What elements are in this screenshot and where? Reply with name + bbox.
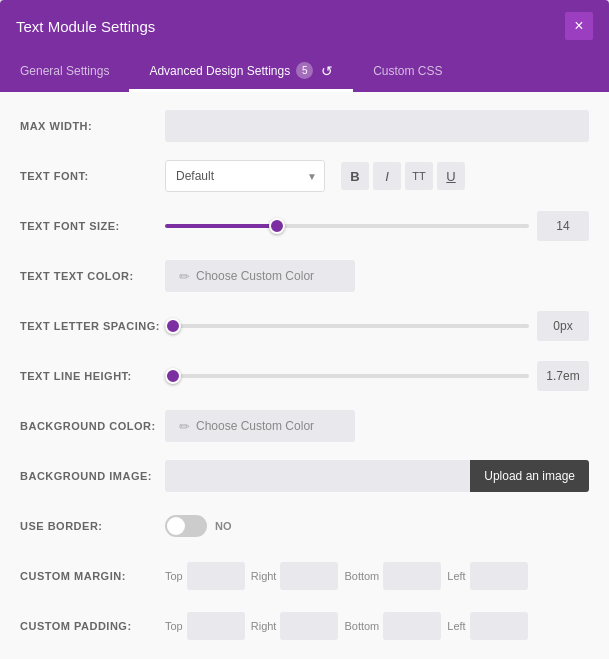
use-border-row: USE BORDER: NO (20, 508, 589, 544)
tab-general[interactable]: General Settings (0, 52, 129, 92)
margin-left-label: Left (447, 570, 465, 582)
use-border-toggle[interactable] (165, 515, 207, 537)
max-width-input[interactable] (165, 110, 589, 142)
font-select[interactable]: Default (165, 160, 325, 192)
padding-bottom-group: Bottom (344, 612, 441, 640)
tt-button[interactable]: TT (405, 162, 433, 190)
max-width-label: MAX WIDTH: (20, 120, 165, 132)
padding-top-group: Top (165, 612, 245, 640)
underline-button[interactable]: U (437, 162, 465, 190)
custom-margin-label: CUSTOM MARGIN: (20, 570, 165, 582)
margin-right-input[interactable] (280, 562, 338, 590)
padding-right-group: Right (251, 612, 339, 640)
padding-bottom-label: Bottom (344, 620, 379, 632)
use-border-value: NO (215, 520, 232, 532)
line-height-label: TEXT LINE HEIGHT: (20, 370, 165, 382)
modal-header: Text Module Settings × (0, 0, 609, 52)
font-size-value[interactable] (537, 211, 589, 241)
bg-color-field: ✏ Choose Custom Color (165, 410, 589, 442)
margin-top-input[interactable] (187, 562, 245, 590)
pencil-icon-2: ✏ (179, 419, 190, 434)
custom-padding-wrap: Top Right Bottom Left (165, 612, 589, 640)
letter-spacing-slider[interactable] (165, 324, 529, 328)
font-size-row: TEXT FONT SIZE: (20, 208, 589, 244)
max-width-row: MAX WIDTH: (20, 108, 589, 144)
line-height-slider[interactable] (165, 374, 529, 378)
italic-button[interactable]: I (373, 162, 401, 190)
padding-bottom-input[interactable] (383, 612, 441, 640)
bg-color-label: BACKGROUND COLOR: (20, 420, 165, 432)
letter-spacing-value[interactable] (537, 311, 589, 341)
padding-right-label: Right (251, 620, 277, 632)
text-color-btn-label: Choose Custom Color (196, 269, 314, 283)
use-border-label: USE BORDER: (20, 520, 165, 532)
use-border-field: NO (165, 515, 589, 537)
margin-bottom-label: Bottom (344, 570, 379, 582)
custom-padding-row: CUSTOM PADDING: Top Right Bottom Left (20, 608, 589, 644)
custom-padding-label: CUSTOM PADDING: (20, 620, 165, 632)
bg-image-field: Upload an image (165, 460, 589, 492)
margin-bottom-group: Bottom (344, 562, 441, 590)
bg-image-row: BACKGROUND IMAGE: Upload an image (20, 458, 589, 494)
tab-advanced-label: Advanced Design Settings (149, 64, 290, 78)
padding-left-label: Left (447, 620, 465, 632)
line-height-value[interactable] (537, 361, 589, 391)
toggle-wrap: NO (165, 515, 232, 537)
custom-margin-wrap: Top Right Bottom Left (165, 562, 589, 590)
text-font-row: TEXT FONT: Default ▼ B I TT U (20, 158, 589, 194)
tab-bar: General Settings Advanced Design Setting… (0, 52, 609, 92)
line-height-slider-wrap (165, 361, 589, 391)
margin-bottom-input[interactable] (383, 562, 441, 590)
text-color-button[interactable]: ✏ Choose Custom Color (165, 260, 355, 292)
padding-left-group: Left (447, 612, 527, 640)
custom-margin-row: CUSTOM MARGIN: Top Right Bottom Left (20, 558, 589, 594)
text-color-label: TEXT TEXT COLOR: (20, 270, 165, 282)
tab-general-label: General Settings (20, 64, 109, 78)
padding-left-input[interactable] (470, 612, 528, 640)
letter-spacing-label: TEXT LETTER SPACING: (20, 320, 165, 332)
letter-spacing-slider-wrap (165, 311, 589, 341)
modal: Text Module Settings × General Settings … (0, 0, 609, 659)
text-color-row: TEXT TEXT COLOR: ✏ Choose Custom Color (20, 258, 589, 294)
font-size-slider-wrap (165, 211, 589, 241)
text-font-label: TEXT FONT: (20, 170, 165, 182)
max-width-field (165, 110, 589, 142)
bg-image-wrap: Upload an image (165, 460, 589, 492)
margin-top-label: Top (165, 570, 183, 582)
upload-image-button[interactable]: Upload an image (470, 460, 589, 492)
bg-color-button[interactable]: ✏ Choose Custom Color (165, 410, 355, 442)
close-button[interactable]: × (565, 12, 593, 40)
margin-right-label: Right (251, 570, 277, 582)
modal-title: Text Module Settings (16, 18, 155, 35)
margin-left-input[interactable] (470, 562, 528, 590)
tab-css[interactable]: Custom CSS (353, 52, 462, 92)
margin-left-group: Left (447, 562, 527, 590)
letter-spacing-row: TEXT LETTER SPACING: (20, 308, 589, 344)
reset-icon: ↺ (321, 63, 333, 79)
tab-advanced[interactable]: Advanced Design Settings 5 ↺ (129, 52, 353, 92)
font-select-wrap: Default ▼ (165, 160, 325, 192)
padding-right-input[interactable] (280, 612, 338, 640)
pencil-icon: ✏ (179, 269, 190, 284)
bg-image-label: BACKGROUND IMAGE: (20, 470, 165, 482)
text-font-field: Default ▼ B I TT U (165, 160, 589, 192)
padding-top-label: Top (165, 620, 183, 632)
bg-color-btn-label: Choose Custom Color (196, 419, 314, 433)
bg-image-input[interactable] (165, 460, 470, 492)
font-style-buttons: B I TT U (341, 162, 465, 190)
padding-top-input[interactable] (187, 612, 245, 640)
text-color-field: ✏ Choose Custom Color (165, 260, 589, 292)
bg-color-row: BACKGROUND COLOR: ✏ Choose Custom Color (20, 408, 589, 444)
margin-top-group: Top (165, 562, 245, 590)
tab-css-label: Custom CSS (373, 64, 442, 78)
font-size-slider[interactable] (165, 224, 529, 228)
settings-content: MAX WIDTH: TEXT FONT: Default ▼ B I TT (0, 92, 609, 659)
margin-right-group: Right (251, 562, 339, 590)
font-size-label: TEXT FONT SIZE: (20, 220, 165, 232)
bold-button[interactable]: B (341, 162, 369, 190)
tab-advanced-badge: 5 (296, 62, 313, 79)
line-height-row: TEXT LINE HEIGHT: (20, 358, 589, 394)
